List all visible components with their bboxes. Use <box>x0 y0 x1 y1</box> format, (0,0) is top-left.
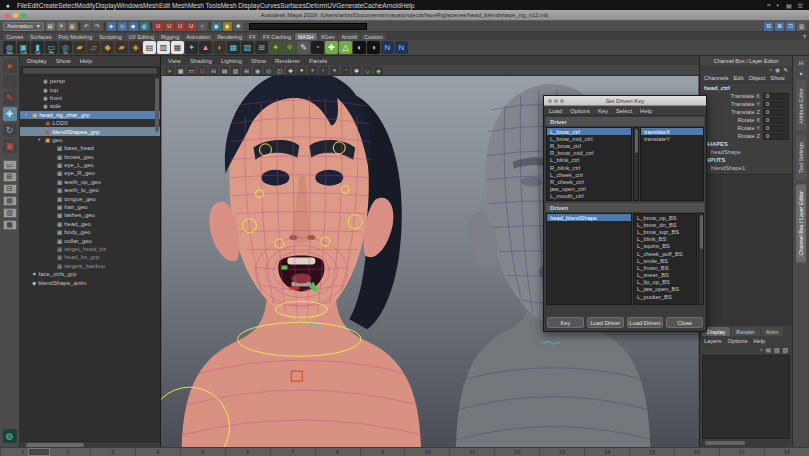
driver-object-row[interactable]: R_brow_ctrl <box>547 142 631 149</box>
viewport-menu-item[interactable]: Panels <box>309 58 327 64</box>
tool-button[interactable]: ✚ <box>3 107 17 121</box>
statusline-icon[interactable]: ▦ <box>68 22 77 31</box>
viewport-toolbar-icon[interactable]: ⊟ <box>209 66 218 75</box>
tool-button[interactable]: ↻ <box>3 123 17 137</box>
frame-tick-label[interactable]: 6 <box>225 448 270 456</box>
statusline-icon[interactable]: ◈ <box>107 22 116 31</box>
statusline-icon[interactable]: U <box>187 22 196 31</box>
driver-object-row[interactable]: L_cheek_ctrl <box>547 171 631 178</box>
shelf-button[interactable]: ⊞ <box>255 41 268 54</box>
outliner-row[interactable]: ▦ hair_geo <box>20 203 160 211</box>
frame-tick-label[interactable]: 3 <box>90 448 135 456</box>
layer-editor-icon[interactable]: ▤ <box>766 347 771 353</box>
dialog-menu-item[interactable]: Key <box>598 108 608 114</box>
shelf-button[interactable]: ◍Sph <box>3 41 16 54</box>
layer-editor-icon[interactable]: ▨ <box>783 347 788 353</box>
selected-object-name[interactable]: head_ctrl <box>700 83 792 92</box>
shelf-button[interactable]: ▲ <box>199 41 212 54</box>
sidebar-pin-icon[interactable]: ✦ <box>798 70 803 77</box>
close-window-icon[interactable] <box>5 13 10 18</box>
channel-box-icon[interactable]: ▾ <box>769 67 772 73</box>
mac-status-icon[interactable]: ☰ <box>798 2 803 9</box>
frame-tick-label[interactable]: 4 <box>135 448 180 456</box>
outliner-row[interactable]: ▦ collar_geo <box>20 236 160 244</box>
shelf-tab[interactable]: MASH <box>295 33 317 40</box>
maximize-window-icon[interactable] <box>21 13 26 18</box>
layout-shortcut-button[interactable]: ▥ <box>3 208 17 218</box>
viewport-menu-item[interactable]: Lighting <box>221 58 242 64</box>
statusline-icon[interactable]: ↷ <box>93 22 102 31</box>
dialog-button[interactable]: Close <box>666 317 703 328</box>
shelf-tab[interactable]: Custom <box>361 33 386 40</box>
outliner-row[interactable]: ▦ head_geo <box>20 220 160 228</box>
viewport-toolbar-icon[interactable]: ◫ <box>275 66 284 75</box>
dialog-menu-item[interactable]: Load <box>549 108 562 114</box>
channel-row[interactable]: Rotate Z 0 <box>700 132 792 140</box>
shelf-button[interactable]: ◎Tor <box>59 41 72 54</box>
viewport-toolbar-icon[interactable]: ● <box>308 66 317 75</box>
frame-tick-label[interactable]: 2 <box>45 448 90 456</box>
statusline-icon[interactable]: U <box>154 22 163 31</box>
outliner-row[interactable]: ▦ head_bs_grp <box>20 253 160 261</box>
shelf-tab[interactable]: Arnold <box>338 33 360 40</box>
shelf-button[interactable]: ▥Bev <box>157 41 170 54</box>
shelf-tab[interactable]: Animation <box>183 33 213 40</box>
outliner-row[interactable]: ✦ face_ctrls_grp <box>20 270 160 278</box>
layer-editor-icon[interactable]: ▧ <box>774 347 779 353</box>
outliner-row[interactable]: ▦ eye_L_geo <box>20 161 160 169</box>
shelf-button[interactable]: ◔ <box>311 41 324 54</box>
shelf-button[interactable]: N <box>381 41 394 54</box>
menubar-item[interactable]: Edit <box>27 2 38 9</box>
viewport-toolbar-icon[interactable]: ▤ <box>220 66 229 75</box>
shelf-tab[interactable]: UV Editing <box>125 33 156 40</box>
viewport-toolbar-icon[interactable]: ◉ <box>253 66 262 75</box>
menubar-item[interactable]: Curves <box>260 2 281 9</box>
viewport-menu-item[interactable]: Renderer <box>275 58 300 64</box>
dialog-menu-item[interactable]: Help <box>640 108 652 114</box>
channel-row[interactable]: Translate Z 0 <box>700 108 792 116</box>
time-slider[interactable]: 123456789101112131415161718 <box>0 447 809 456</box>
layer-editor-tab[interactable]: Anim <box>761 327 784 336</box>
layer-editor-tab[interactable]: Render <box>731 327 759 336</box>
channel-box-icon[interactable]: ✎ <box>783 67 788 73</box>
layout-shortcut-button[interactable]: ▦ <box>3 220 17 230</box>
outliner-row[interactable]: ▦ target_head_bs <box>20 245 160 253</box>
green-control-box[interactable] <box>281 265 287 269</box>
mac-status-icon[interactable]: ◐ <box>776 2 780 9</box>
channel-row[interactable]: Translate X 0 <box>700 92 792 100</box>
shelf-button[interactable]: ✎ <box>297 41 310 54</box>
shelf-button[interactable]: ◖ <box>213 41 226 54</box>
driver-object-row[interactable]: L_brow_ctrl <box>547 128 631 135</box>
sidebar-vertical-tab[interactable]: Attribute Editor <box>796 81 806 131</box>
layer-editor-icon[interactable]: ▾ <box>760 347 763 353</box>
frame-tick-label[interactable]: 16 <box>674 448 719 456</box>
layout-shortcut-button[interactable]: ⊟ <box>3 184 17 194</box>
menubar-item[interactable]: Create <box>39 2 59 9</box>
viewport-toolbar-icon[interactable]: ✚ <box>286 66 295 75</box>
driver-object-row[interactable]: jaw_open_ctrl <box>547 186 631 193</box>
shelf-tab[interactable]: Curves <box>3 33 26 40</box>
shelf-tab[interactable]: Poly Modeling <box>55 33 95 40</box>
statusline-icon[interactable]: U <box>176 22 185 31</box>
channel-section-node[interactable]: blendShape1 <box>700 164 792 172</box>
shelf-button[interactable]: ◈ <box>129 41 142 54</box>
set-driven-key-dialog[interactable]: Set Driven Key LoadOptionsKeySelectHelp … <box>543 95 707 332</box>
viewport-menu-item[interactable]: Shading <box>190 58 212 64</box>
window-titlebar[interactable]: Autodesk Maya 2019: /Users/artist/Docume… <box>0 10 809 21</box>
menubar-item[interactable]: Generate <box>336 2 363 9</box>
channel-value-field[interactable]: 0 <box>763 109 789 116</box>
frame-tick-label[interactable]: 17 <box>719 448 764 456</box>
driven-attribute-row[interactable]: L_brow_sqz_BS <box>634 228 696 235</box>
channel-section-node[interactable]: headShape <box>700 148 792 156</box>
channel-box-menu-item[interactable]: Object <box>749 75 766 81</box>
shelf-tab[interactable]: Surfaces <box>27 33 54 40</box>
dialog-close-icon[interactable] <box>548 99 552 103</box>
driver-attribute-list[interactable]: translateXtranslateY <box>640 127 704 201</box>
channel-value-field[interactable]: 0 <box>763 117 789 124</box>
viewport-toolbar-icon[interactable]: ▭ <box>187 66 196 75</box>
statusline-icon[interactable]: ✱ <box>234 22 243 31</box>
outliner-vertical-scrollbar[interactable] <box>155 78 159 132</box>
shelf-tab[interactable]: Rendering <box>214 33 245 40</box>
minimize-window-icon[interactable] <box>13 13 18 18</box>
driven-attribute-row[interactable]: L_blink_BS <box>634 236 696 243</box>
